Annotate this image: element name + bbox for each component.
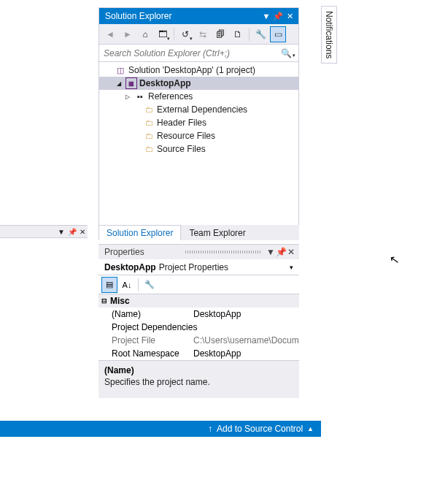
close-icon[interactable]: ✕ — [286, 247, 296, 257]
tree-label: Source Files — [157, 144, 206, 154]
chevron-up-icon[interactable]: ▲ — [307, 425, 314, 432]
refresh-button[interactable]: 🗐 — [212, 26, 228, 42]
prop-value: C:\Users\username\Docum — [193, 335, 299, 345]
object-type: Project Properties — [159, 262, 287, 272]
folder-icon: 🗀 — [143, 143, 155, 155]
categorized-button[interactable]: ▤ — [101, 277, 117, 293]
forward-button[interactable]: ► — [120, 26, 136, 42]
dropdown-icon[interactable]: ▼ — [58, 228, 65, 236]
folder-icon: 🗀 — [143, 104, 155, 115]
references-node[interactable]: ▪▪ References — [99, 90, 298, 103]
tab-solution-explorer[interactable]: Solution Explorer — [98, 225, 181, 240]
show-all-button[interactable]: 🗋 — [230, 26, 246, 42]
search-row: 🔍 — [99, 45, 298, 62]
alphabetical-button[interactable]: A↓ — [119, 277, 135, 293]
cursor-icon: ↖ — [388, 252, 400, 267]
prop-row-deps[interactable]: Project Dependencies — [98, 321, 299, 334]
solution-explorer-toolbar: ◄ ► ⌂ 🗔 ↺ ⇆ 🗐 🗋 🔧 ▭ — [99, 24, 298, 45]
header-files-node[interactable]: 🗀 Header Files — [99, 116, 298, 129]
home-button[interactable]: ⌂ — [137, 26, 153, 42]
tree-label: Solution 'DesktopApp' (1 project) — [128, 65, 255, 75]
solution-node[interactable]: ◫ Solution 'DesktopApp' (1 project) — [99, 64, 298, 77]
property-description: (Name) Specifies the project name. — [98, 360, 299, 398]
search-input[interactable] — [104, 48, 278, 58]
properties-toolbar: ▤ A↓ 🔧 — [98, 275, 299, 294]
prop-row-name[interactable]: (Name) DesktopApp — [98, 308, 299, 321]
scope-button[interactable]: 🗔 — [155, 26, 171, 42]
prop-row-file[interactable]: Project File C:\Users\username\Docum — [98, 334, 299, 347]
pin-icon[interactable]: 📌 — [272, 12, 284, 21]
history-button[interactable]: ↺ — [177, 26, 193, 42]
notifications-tab[interactable]: Notifications — [321, 6, 337, 64]
desc-text: Specifies the project name. — [104, 377, 293, 387]
search-icon[interactable]: 🔍 — [278, 48, 294, 58]
properties-object-selector[interactable]: DesktopApp Project Properties ▾ — [98, 259, 299, 275]
tree-label: External Dependencies — [157, 104, 247, 115]
bottom-tabs: Solution Explorer Team Explorer — [98, 225, 299, 240]
preview-button[interactable]: ▭ — [270, 26, 286, 42]
category-misc[interactable]: ⊟ Misc — [98, 294, 299, 308]
collapse-icon[interactable]: ⊟ — [101, 297, 107, 305]
prop-name: Project Dependencies — [98, 322, 193, 332]
add-to-source-control[interactable]: Add to Source Control — [217, 424, 303, 434]
solution-explorer-titlebar[interactable]: Solution Explorer ▼ 📌 ✕ — [99, 8, 298, 24]
property-grid: ⊟ Misc (Name) DesktopApp Project Depende… — [98, 294, 299, 360]
pin-icon[interactable]: 📌 — [276, 247, 286, 257]
property-pages-button[interactable]: 🔧 — [142, 277, 158, 293]
tree-label: DesktopApp — [139, 78, 191, 88]
project-icon: ▦ — [125, 77, 137, 89]
solution-tree: ◫ Solution 'DesktopApp' (1 project) ▦ De… — [99, 62, 298, 230]
expand-icon[interactable] — [115, 80, 123, 87]
prop-value[interactable]: DesktopApp — [193, 309, 299, 319]
expand-icon[interactable] — [123, 93, 132, 100]
folder-icon: 🗀 — [143, 117, 155, 129]
dropdown-icon[interactable]: ▼ — [266, 247, 276, 257]
properties-panel: Properties ▼ 📌 ✕ DesktopApp Project Prop… — [98, 244, 299, 398]
close-icon[interactable]: ✕ — [80, 228, 85, 236]
object-name: DesktopApp — [104, 262, 156, 272]
ext-deps-node[interactable]: 🗀 External Dependencies — [99, 103, 298, 116]
desc-name: (Name) — [104, 365, 293, 375]
dropdown-icon[interactable]: ▼ — [260, 12, 272, 20]
prop-name: Root Namespace — [98, 348, 193, 359]
tree-label: Resource Files — [157, 131, 215, 141]
resource-files-node[interactable]: 🗀 Resource Files — [99, 129, 298, 142]
source-files-node[interactable]: 🗀 Source Files — [99, 142, 298, 156]
tree-label: References — [148, 91, 193, 102]
panel-title: Properties — [104, 247, 181, 257]
chevron-down-icon: ▾ — [290, 264, 293, 271]
solution-icon: ◫ — [115, 64, 126, 76]
close-icon[interactable]: ✕ — [284, 12, 295, 21]
left-panel-stub: ▼ 📌 ✕ — [0, 225, 88, 238]
prop-row-namespace[interactable]: Root Namespace DesktopApp — [98, 347, 299, 360]
properties-button[interactable]: 🔧 — [252, 26, 268, 42]
prop-name: (Name) — [98, 309, 193, 319]
back-button[interactable]: ◄ — [102, 26, 118, 42]
prop-name: Project File — [98, 335, 193, 345]
solution-explorer-panel: Solution Explorer ▼ 📌 ✕ ◄ ► ⌂ 🗔 ↺ ⇆ 🗐 🗋 … — [98, 7, 299, 231]
properties-titlebar[interactable]: Properties ▼ 📌 ✕ — [98, 245, 299, 259]
panel-title: Solution Explorer — [105, 11, 260, 21]
status-bar: ↑ Add to Source Control ▲ — [0, 421, 321, 437]
references-icon: ▪▪ — [134, 91, 146, 102]
tree-label: Header Files — [157, 118, 206, 128]
prop-value[interactable]: DesktopApp — [193, 348, 299, 359]
sync-button[interactable]: ⇆ — [195, 26, 211, 42]
project-node[interactable]: ▦ DesktopApp — [99, 77, 298, 90]
tab-team-explorer[interactable]: Team Explorer — [181, 225, 253, 240]
pin-icon[interactable]: 📌 — [68, 228, 77, 236]
upload-icon: ↑ — [208, 424, 212, 434]
folder-icon: 🗀 — [143, 130, 155, 142]
